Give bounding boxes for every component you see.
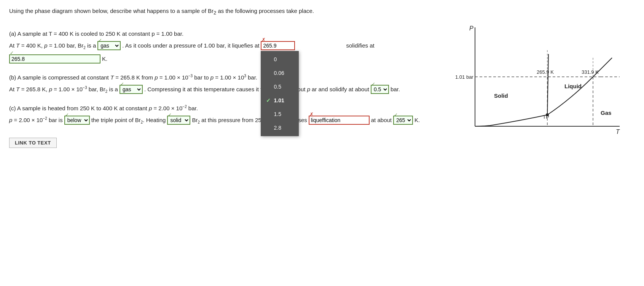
- dropdown-option-28[interactable]: 2.8: [261, 121, 299, 135]
- part-c-label: (c) A sample is heated from 250 K to 400…: [9, 105, 437, 111]
- part-c-select2-wrapper: ✓ solid liquid gas: [167, 116, 190, 125]
- dropdown-option-0[interactable]: 0: [261, 52, 299, 66]
- part-c-check2: ✓: [168, 110, 172, 119]
- pressure-label: 1.01 bar: [455, 74, 473, 80]
- part-a-x1: ✗: [261, 35, 266, 45]
- part-a-row: At T = 400 K, p = 1.00 bar, Br2 is a ✓ g…: [9, 40, 437, 65]
- part-a-label: (a) A sample at T = 400 K is cooled to 2…: [9, 30, 437, 37]
- part-c-row: p = 2.00 × 10−2 bar is ✓ below above at …: [9, 114, 437, 126]
- t-axis-label: T: [616, 129, 620, 135]
- part-c-x1: ✗: [309, 110, 314, 119]
- part-c-input1-wrapper: ✗: [309, 116, 370, 125]
- phase-diagram-svg: P T 1.01 bar 265.9 K 331.9 K Solid Liqui…: [452, 24, 627, 141]
- phase-diagram-area: P T 1.01 bar 265.9 K 331.9 K Solid Liqui…: [441, 24, 623, 143]
- dropdown-option-101[interactable]: ✓1.01: [261, 94, 299, 107]
- part-b-select2-wrapper: ✓ 0.5 1.0 1.5 2.0: [371, 85, 389, 94]
- part-c-process-input[interactable]: [309, 116, 370, 125]
- part-b-row: At T = 265.8 K, p = 1.00 × 10−3 bar, Br2…: [9, 84, 437, 95]
- pressure-dropdown-popup: 0 0.06 0.5 ✓1.01 1.5 2.8: [261, 51, 299, 136]
- part-a-check2: ✓: [10, 48, 14, 57]
- dropdown-option-15[interactable]: 1.5: [261, 107, 299, 121]
- part-b-check1: ✓: [120, 79, 124, 89]
- p-axis-label: P: [469, 25, 473, 32]
- dropdown-option-006[interactable]: 0.06: [261, 66, 299, 80]
- question-text: Using the phase diagram shown below, des…: [9, 7, 635, 17]
- part-a-select1-wrapper: ✓ gas liquid solid: [97, 41, 121, 50]
- liquid-label: Liquid: [564, 83, 582, 89]
- dropdown-option-05[interactable]: 0.5: [261, 80, 299, 94]
- part-b-check2: ✓: [371, 79, 375, 89]
- svg-line-5: [547, 54, 548, 115]
- part-a-check1: ✓: [98, 36, 102, 45]
- part-a-solidify-input[interactable]: [9, 54, 100, 64]
- part-b-select1-wrapper: ✓ gas liquid solid: [120, 85, 143, 94]
- solid-label: Solid: [494, 92, 508, 99]
- part-a-input1-wrapper: ✗ 0 0.06 0.5 ✓1.01 1.5 2.8: [261, 41, 295, 50]
- part-c-select3-wrapper: ✓ 265 266 331 332: [393, 116, 413, 125]
- part-a-input2-wrapper: ✓: [9, 54, 100, 64]
- link-to-text-button[interactable]: LINK TO TEXT: [9, 138, 57, 148]
- part-c-select1-wrapper: ✓ below above at: [64, 116, 90, 125]
- part-c-check1: ✓: [65, 110, 69, 119]
- temp1-label: 265.9 K: [537, 69, 554, 75]
- gas-label: Gas: [601, 110, 611, 116]
- part-a-liquefy-input[interactable]: [261, 41, 295, 50]
- part-c-check3: ✓: [394, 110, 398, 119]
